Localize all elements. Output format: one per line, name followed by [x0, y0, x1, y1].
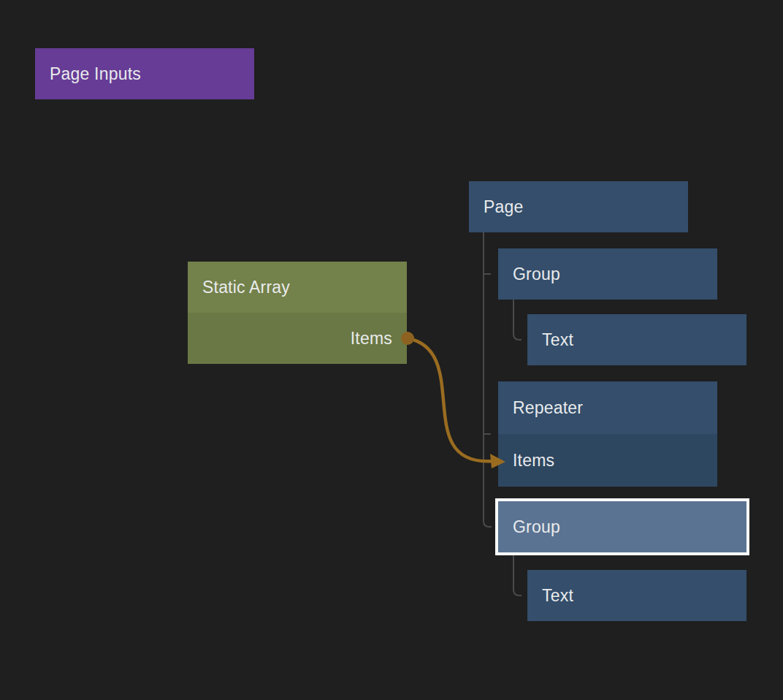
repeater-input-label: Items: [513, 451, 554, 471]
text-top-label: Text: [542, 330, 573, 350]
node-group-top[interactable]: Group: [498, 248, 717, 300]
node-repeater[interactable]: Repeater Items: [498, 381, 717, 487]
flow-canvas[interactable]: Page Inputs Static Array Items Page Grou…: [0, 0, 783, 700]
node-group-selected[interactable]: Group: [495, 498, 749, 555]
page-inputs-label: Page Inputs: [50, 64, 141, 84]
tree-line-text-top: [513, 300, 522, 340]
page-label: Page: [484, 197, 524, 217]
static-array-items-row[interactable]: Items: [188, 313, 407, 364]
static-array-output-label: Items: [351, 329, 392, 349]
node-static-array[interactable]: Static Array Items: [188, 262, 407, 364]
node-text-bottom[interactable]: Text: [527, 570, 746, 621]
text-bottom-label: Text: [542, 586, 573, 606]
tree-line-text-bottom: [513, 555, 522, 596]
wire-static-array-to-repeater[interactable]: [401, 332, 505, 468]
static-array-title: Static Array: [202, 278, 290, 297]
wire-curve[interactable]: [408, 338, 492, 461]
repeater-header[interactable]: Repeater: [498, 381, 717, 434]
node-page[interactable]: Page: [469, 181, 688, 232]
node-page-inputs[interactable]: Page Inputs: [35, 48, 254, 99]
group-top-label: Group: [513, 265, 560, 284]
node-text-top[interactable]: Text: [527, 314, 746, 365]
static-array-header[interactable]: Static Array: [188, 262, 407, 313]
repeater-items-row[interactable]: Items: [498, 434, 717, 487]
group-selected-label: Group: [513, 517, 560, 537]
tree-line-main: [484, 232, 492, 527]
repeater-title: Repeater: [513, 398, 583, 418]
